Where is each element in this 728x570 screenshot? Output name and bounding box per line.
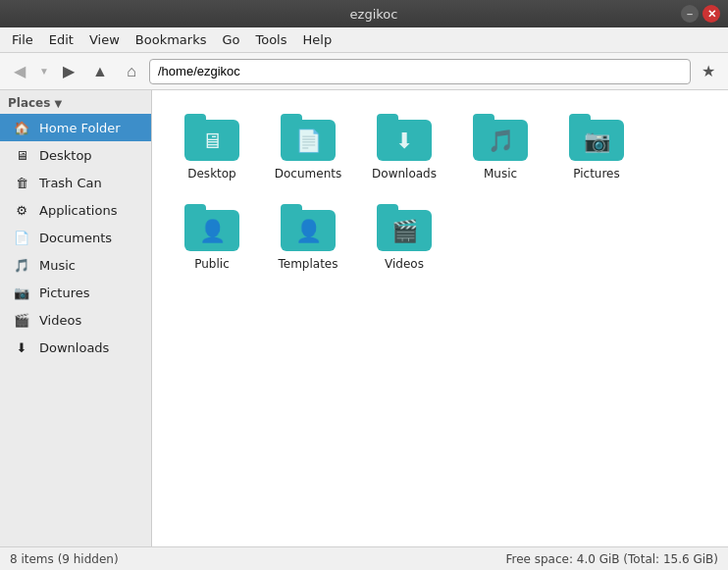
folder-emblem-icon: 🖥 xyxy=(201,129,223,153)
menu-item-go[interactable]: Go xyxy=(214,30,247,49)
sidebar-item-label: Applications xyxy=(39,203,117,218)
sidebar-section-arrow: ▼ xyxy=(54,98,62,109)
file-item-downloads[interactable]: ⬇Downloads xyxy=(360,106,448,188)
menu-item-tools[interactable]: Tools xyxy=(247,30,294,49)
file-label: Templates xyxy=(278,257,338,271)
file-item-documents[interactable]: 📄Documents xyxy=(264,106,352,188)
statusbar: 8 items (9 hidden) Free space: 4.0 GiB (… xyxy=(0,546,728,570)
sidebar-item-pictures[interactable]: 📷Pictures xyxy=(0,279,151,306)
folder-icon: 👤 xyxy=(281,204,336,251)
home-icon: 🏠 xyxy=(12,118,31,137)
up-button[interactable]: ▲ xyxy=(86,58,114,85)
folder-emblem-icon: ⬇ xyxy=(395,129,413,153)
menu-item-help[interactable]: Help xyxy=(295,30,340,49)
back-button[interactable]: ◀ xyxy=(6,58,33,85)
apps-icon: ⚙ xyxy=(12,200,31,220)
sidebar-item-label: Pictures xyxy=(39,285,89,300)
sidebar-section-header: Places ▼ xyxy=(0,90,151,114)
downloads-icon: ⬇ xyxy=(12,337,31,357)
folder-emblem-icon: 🎬 xyxy=(391,219,418,243)
home-button[interactable]: ⌂ xyxy=(118,58,145,85)
folder-emblem-icon: 📄 xyxy=(295,129,322,153)
docs-icon: 📄 xyxy=(12,228,31,247)
sidebar-item-videos[interactable]: 🎬Videos xyxy=(0,306,151,334)
sidebar-item-label: Desktop xyxy=(39,148,92,163)
sidebar-item-desktop[interactable]: 🖥Desktop xyxy=(0,141,151,169)
sidebar-item-label: Videos xyxy=(39,313,81,328)
sidebar: Places ▼ 🏠Home Folder🖥Desktop🗑Trash Can⚙… xyxy=(0,90,152,546)
folder-emblem-icon: 🎵 xyxy=(488,129,514,153)
close-button[interactable]: ✕ xyxy=(702,5,720,23)
menu-item-bookmarks[interactable]: Bookmarks xyxy=(128,30,215,49)
bookmark-button[interactable]: ★ xyxy=(695,58,722,85)
sidebar-item-home[interactable]: 🏠Home Folder xyxy=(0,114,151,141)
sidebar-item-label: Music xyxy=(39,258,76,273)
folder-icon: 📷 xyxy=(569,114,624,161)
file-item-templates[interactable]: 👤Templates xyxy=(264,196,352,279)
sidebar-item-label: Trash Can xyxy=(39,176,102,190)
file-item-public[interactable]: 👤Public xyxy=(168,196,256,279)
sidebar-item-documents[interactable]: 📄Documents xyxy=(0,224,151,251)
folder-icon: 👤 xyxy=(184,204,239,251)
titlebar-buttons: – ✕ xyxy=(681,5,720,23)
videos-icon: 🎬 xyxy=(12,310,31,330)
menubar: FileEditViewBookmarksGoToolsHelp xyxy=(0,27,728,53)
file-item-videos[interactable]: 🎬Videos xyxy=(360,196,448,279)
sidebar-item-applications[interactable]: ⚙Applications xyxy=(0,196,151,224)
toolbar: ◀ ▼ ▶ ▲ ⌂ ★ xyxy=(0,53,728,90)
folder-icon: 🖥 xyxy=(184,114,239,161)
titlebar: ezgikoc – ✕ xyxy=(0,0,728,27)
folder-icon: 📄 xyxy=(281,114,336,161)
sidebar-section-label: Places xyxy=(8,96,50,110)
desktop-icon: 🖥 xyxy=(12,145,31,165)
folder-emblem-icon: 📷 xyxy=(584,129,610,153)
sidebar-item-label: Downloads xyxy=(39,340,109,355)
menu-item-view[interactable]: View xyxy=(81,30,128,49)
menu-item-edit[interactable]: Edit xyxy=(41,30,81,49)
sidebar-item-trash[interactable]: 🗑Trash Can xyxy=(0,169,151,196)
music-icon: 🎵 xyxy=(12,255,31,275)
minimize-button[interactable]: – xyxy=(681,5,699,23)
file-label: Downloads xyxy=(372,167,437,181)
file-item-music[interactable]: 🎵Music xyxy=(456,106,545,188)
file-label: Desktop xyxy=(187,167,236,181)
main-area: Places ▼ 🏠Home Folder🖥Desktop🗑Trash Can⚙… xyxy=(0,90,728,546)
statusbar-left: 8 items (9 hidden) xyxy=(10,552,119,566)
file-item-pictures[interactable]: 📷Pictures xyxy=(552,106,641,188)
statusbar-right: Free space: 4.0 GiB (Total: 15.6 GiB) xyxy=(505,552,718,566)
file-item-desktop[interactable]: 🖥Desktop xyxy=(168,106,256,188)
pictures-icon: 📷 xyxy=(12,283,31,302)
forward-button[interactable]: ▶ xyxy=(55,58,82,85)
trash-icon: 🗑 xyxy=(12,173,31,192)
folder-emblem-icon: 👤 xyxy=(199,219,226,243)
folder-emblem-icon: 👤 xyxy=(295,219,322,243)
file-label: Documents xyxy=(275,167,341,181)
folder-icon: 🎬 xyxy=(377,204,432,251)
folder-icon: 🎵 xyxy=(473,114,528,161)
sidebar-item-downloads[interactable]: ⬇Downloads xyxy=(0,334,151,361)
folder-icon: ⬇ xyxy=(377,114,432,161)
sidebar-item-label: Documents xyxy=(39,231,112,245)
file-label: Videos xyxy=(385,257,424,271)
sidebar-item-label: Home Folder xyxy=(39,121,121,135)
file-label: Music xyxy=(484,167,517,181)
titlebar-title: ezgikoc xyxy=(67,7,681,22)
location-bar[interactable] xyxy=(149,59,691,84)
menu-item-file[interactable]: File xyxy=(4,30,41,49)
file-label: Public xyxy=(194,257,230,271)
file-area: 🖥Desktop📄Documents⬇Downloads🎵Music📷Pictu… xyxy=(152,90,728,546)
back-arrow-icon: ▼ xyxy=(37,58,51,85)
file-label: Pictures xyxy=(573,167,620,181)
sidebar-item-music[interactable]: 🎵Music xyxy=(0,251,151,279)
